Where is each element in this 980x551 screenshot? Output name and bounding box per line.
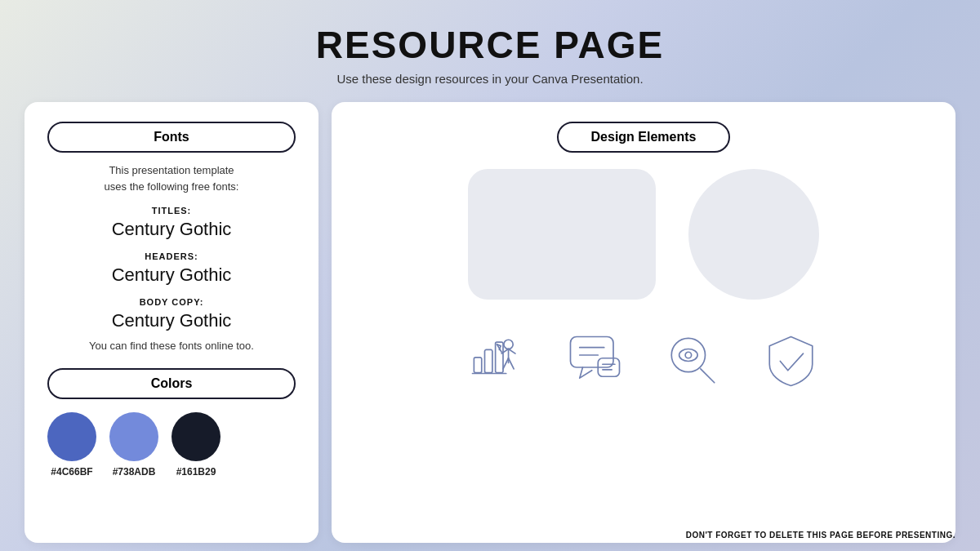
svg-line-2 <box>503 358 509 368</box>
shield-check-icon <box>754 324 827 398</box>
presentation-chart-icon <box>460 324 533 398</box>
svg-point-0 <box>503 340 512 349</box>
colors-badge: Colors <box>47 368 296 399</box>
svg-rect-6 <box>474 357 481 372</box>
page-header: RESOURCE PAGE Use these design resources… <box>316 0 664 94</box>
swatch-2: #738ADB <box>109 412 158 478</box>
color-swatches: #4C66BF #738ADB #161B29 <box>47 412 296 478</box>
svg-point-19 <box>685 352 692 358</box>
rounded-rectangle-shape <box>468 169 656 300</box>
svg-line-5 <box>508 349 514 353</box>
chat-message-icon <box>558 324 631 398</box>
swatch-1: #4C66BF <box>47 412 96 478</box>
fonts-section: Fonts This presentation template uses th… <box>47 122 296 357</box>
search-eye-icon <box>656 324 729 398</box>
design-elements-header: Design Elements <box>358 122 929 153</box>
font-entry-body: BODY COPY: Century Gothic <box>47 294 296 331</box>
svg-point-17 <box>671 338 705 371</box>
svg-rect-11 <box>570 336 613 367</box>
circle-shape <box>688 169 819 300</box>
svg-point-18 <box>679 349 697 361</box>
swatch-3: #161B29 <box>172 412 220 478</box>
footer-note: DON'T FORGET TO DELETE THIS PAGE BEFORE … <box>686 531 956 540</box>
page-title: RESOURCE PAGE <box>316 23 664 67</box>
font-entry-titles: TITLES: Century Gothic <box>47 202 296 240</box>
colors-section: Colors #4C66BF #738ADB #161B29 <box>47 368 296 478</box>
icons-row <box>460 324 827 398</box>
page-subtitle: Use these design resources in your Canva… <box>316 72 664 86</box>
fonts-footer-note: You can find these fonts online too. <box>47 340 296 352</box>
left-panel: Fonts This presentation template uses th… <box>24 102 318 543</box>
fonts-badge: Fonts <box>47 122 296 153</box>
fonts-description: This presentation template uses the foll… <box>47 162 296 194</box>
color-circle-3 <box>172 412 220 461</box>
svg-line-20 <box>700 368 714 382</box>
color-hex-2: #738ADB <box>113 466 156 478</box>
right-panel: Design Elements <box>332 102 956 543</box>
color-hex-1: #4C66BF <box>51 466 92 478</box>
design-elements-badge: Design Elements <box>557 122 731 153</box>
color-circle-2 <box>109 412 158 461</box>
svg-line-3 <box>508 358 514 368</box>
font-entry-headers: HEADERS: Century Gothic <box>47 248 296 286</box>
color-hex-3: #161B29 <box>176 466 216 478</box>
svg-rect-7 <box>484 349 492 372</box>
main-content: Fonts This presentation template uses th… <box>0 94 980 551</box>
color-circle-1 <box>47 412 96 461</box>
svg-rect-8 <box>495 342 502 373</box>
shapes-row <box>468 169 819 300</box>
